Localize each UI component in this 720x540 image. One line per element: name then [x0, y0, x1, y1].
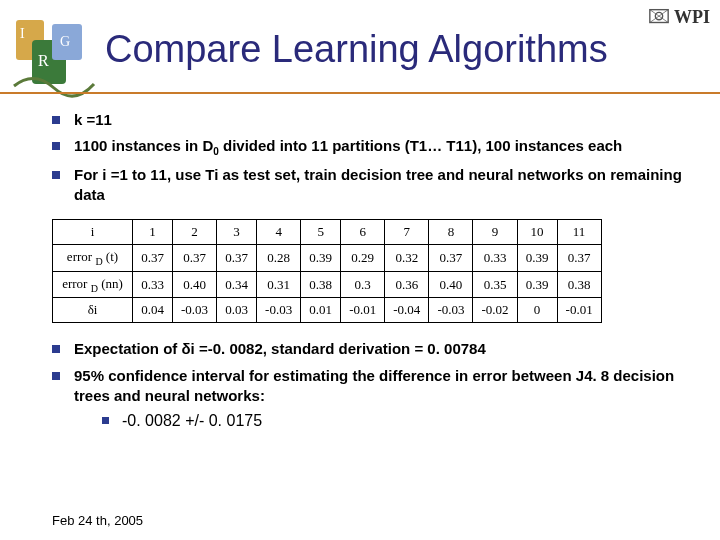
- table-cell: 0.40: [173, 271, 217, 298]
- table-row-label: δi: [53, 298, 133, 323]
- bottom-bullet-list: Expectation of δi =-0. 0082, standard de…: [52, 339, 690, 431]
- table-header-cell: 10: [517, 220, 557, 245]
- results-table: i1234567891011error D (t)0.370.370.370.2…: [52, 219, 602, 323]
- table-cell: 0.37: [557, 245, 601, 272]
- table-row: error D (t)0.370.370.370.280.390.290.320…: [53, 245, 602, 272]
- table-cell: 0.34: [217, 271, 257, 298]
- table-cell: 0.33: [473, 245, 517, 272]
- table-cell: 0.37: [133, 245, 173, 272]
- table-cell: 0.38: [557, 271, 601, 298]
- wpi-text: WPI: [674, 7, 710, 28]
- table-cell: 0.32: [385, 245, 429, 272]
- svg-text:G: G: [60, 34, 70, 49]
- table-header-cell: i: [53, 220, 133, 245]
- table-cell: 0.31: [257, 271, 301, 298]
- svg-text:I: I: [20, 26, 25, 41]
- table-header-cell: 8: [429, 220, 473, 245]
- table-cell: 0.33: [133, 271, 173, 298]
- table-row: error D (nn)0.330.400.340.310.380.30.360…: [53, 271, 602, 298]
- table-header-cell: 9: [473, 220, 517, 245]
- title-underline: [0, 92, 720, 94]
- wpi-crest-icon: [648, 6, 670, 28]
- table-header-cell: 11: [557, 220, 601, 245]
- slide-title: Compare Learning Algorithms: [105, 28, 608, 71]
- table-cell: 0.37: [217, 245, 257, 272]
- sub-bullet-list: -0. 0082 +/- 0. 0175: [74, 410, 690, 432]
- table-cell: -0.03: [173, 298, 217, 323]
- bullet-item: 95% confidence interval for estimating t…: [52, 366, 690, 432]
- table-cell: 0.28: [257, 245, 301, 272]
- bullet-item: For i =1 to 11, use Ti as test set, trai…: [52, 165, 690, 206]
- table-cell: 0.03: [217, 298, 257, 323]
- sub-bullet-item: -0. 0082 +/- 0. 0175: [102, 410, 690, 432]
- table-row-label: error D (nn): [53, 271, 133, 298]
- bullet-item: k =11: [52, 110, 690, 130]
- table-header-row: i1234567891011: [53, 220, 602, 245]
- svg-text:R: R: [38, 52, 49, 69]
- table-cell: 0.36: [385, 271, 429, 298]
- top-bullet-list: k =111100 instances in D0 divided into 1…: [52, 110, 690, 205]
- table-cell: 0.37: [429, 245, 473, 272]
- table-row-label: error D (t): [53, 245, 133, 272]
- footer-date: Feb 24 th, 2005: [52, 513, 143, 528]
- table-cell: -0.01: [341, 298, 385, 323]
- table-header-cell: 7: [385, 220, 429, 245]
- table-header-cell: 5: [301, 220, 341, 245]
- table-cell: 0.39: [517, 271, 557, 298]
- table-cell: 0.35: [473, 271, 517, 298]
- bullet-item: 1100 instances in D0 divided into 11 par…: [52, 136, 690, 159]
- table-cell: 0.39: [517, 245, 557, 272]
- table-cell: 0.40: [429, 271, 473, 298]
- table-cell: 0.29: [341, 245, 385, 272]
- wpi-logo: WPI: [648, 6, 710, 28]
- table-header-cell: 2: [173, 220, 217, 245]
- table-cell: -0.02: [473, 298, 517, 323]
- table-cell: -0.03: [257, 298, 301, 323]
- table-cell: 0.3: [341, 271, 385, 298]
- table-header-cell: 6: [341, 220, 385, 245]
- table-cell: 0.37: [173, 245, 217, 272]
- table-header-cell: 4: [257, 220, 301, 245]
- table-row: δi0.04-0.030.03-0.030.01-0.01-0.04-0.03-…: [53, 298, 602, 323]
- bullet-item: Expectation of δi =-0. 0082, standard de…: [52, 339, 690, 359]
- table-cell: -0.04: [385, 298, 429, 323]
- table-cell: 0.39: [301, 245, 341, 272]
- table-cell: 0.04: [133, 298, 173, 323]
- table-cell: -0.03: [429, 298, 473, 323]
- table-cell: -0.01: [557, 298, 601, 323]
- table-cell: 0: [517, 298, 557, 323]
- table-cell: 0.01: [301, 298, 341, 323]
- table-header-cell: 1: [133, 220, 173, 245]
- table-header-cell: 3: [217, 220, 257, 245]
- slide-content: k =111100 instances in D0 divided into 1…: [52, 110, 690, 438]
- table-cell: 0.38: [301, 271, 341, 298]
